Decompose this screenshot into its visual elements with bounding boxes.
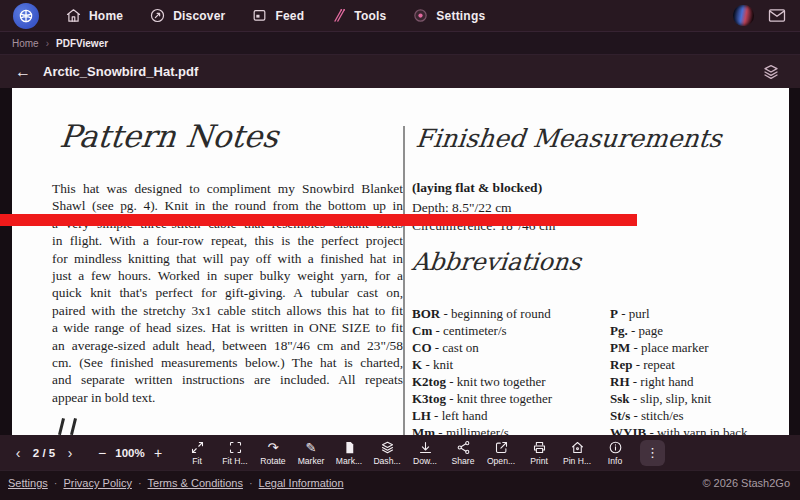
partial-heading-strokes: [60, 418, 90, 435]
abbreviations-column-left: BOR - beginning of round Cm - centimeter…: [412, 305, 608, 435]
next-page-button[interactable]: ›: [62, 445, 78, 461]
pdf-text-line: and separate written instructions are in…: [52, 371, 403, 388]
column-divider: [403, 126, 405, 435]
pdf-toolbar: ‹ 2 / 5 › − 100% + Fit Fit H... ↷ Rotate…: [0, 435, 800, 470]
prev-page-button[interactable]: ‹: [10, 445, 26, 461]
fit-diagonal-arrows-icon: [190, 440, 205, 455]
pdf-text-line: in flight. With a four-row repeat, this …: [52, 232, 403, 249]
home-icon: [65, 7, 82, 24]
abbreviation-item: K - knit: [412, 356, 608, 373]
abbreviation-item: Rep - repeat: [610, 356, 785, 373]
rotate-button[interactable]: ↷ Rotate: [254, 440, 292, 466]
nav-label: Tools: [354, 9, 386, 23]
tool-button-group: Fit Fit H... ↷ Rotate ✎ Marker Mark... D…: [178, 440, 634, 466]
abbreviation-item: WYIB - with yarn in back: [610, 424, 785, 435]
abbreviation-item: CO - cast on: [412, 339, 608, 356]
abbreviation-item: Pg. - page: [610, 322, 785, 339]
abbreviation-item: P - purl: [610, 305, 785, 322]
knitting-needles-icon: [330, 7, 347, 24]
nav-item-home[interactable]: Home: [65, 7, 123, 24]
marker-pencil-icon: ✎: [306, 440, 317, 455]
pdf-text-line: quick knit that's perfect for gift-givin…: [52, 284, 403, 301]
nav-label: Feed: [275, 9, 304, 23]
pdf-text-line: Shawl (see pg. 4). Knit in the round fro…: [52, 197, 403, 214]
nav-item-feed[interactable]: Feed: [251, 7, 304, 24]
info-button[interactable]: Info: [596, 440, 634, 466]
dashboard-button[interactable]: Dash...: [368, 440, 406, 466]
pdf-viewer-canvas[interactable]: Pattern Notes This hat was designed to c…: [0, 88, 800, 435]
feed-icon: [251, 7, 268, 24]
abbreviation-item: Mm - millimeter/s: [412, 424, 608, 435]
footer-links: Settings · Privacy Policy · Terms & Cond…: [8, 477, 344, 489]
rotate-icon: ↷: [268, 440, 279, 455]
external-link-icon: [494, 440, 509, 455]
breadcrumb-home[interactable]: Home: [12, 38, 39, 49]
abbreviation-item: BOR - beginning of round: [412, 305, 608, 322]
printer-icon: [532, 440, 547, 455]
kebab-icon: ⋮: [646, 445, 659, 460]
section-heading-pattern-notes: Pattern Notes: [58, 118, 280, 154]
abbreviation-item: Cm - centimeter/s: [412, 322, 608, 339]
pin-home-button[interactable]: Pin H...: [558, 440, 596, 466]
marker-button[interactable]: ✎ Marker: [292, 440, 330, 466]
section-heading-finished-measurements: Finished Measurements: [414, 124, 723, 153]
yarn-ball-icon: [412, 7, 429, 24]
discover-icon: [149, 7, 166, 24]
abbreviation-item: K3tog - knit three together: [412, 390, 608, 407]
open-external-button[interactable]: Open...: [482, 440, 520, 466]
print-button[interactable]: Print: [520, 440, 558, 466]
nav-item-discover[interactable]: Discover: [149, 7, 225, 24]
pdf-page: Pattern Notes This hat was designed to c…: [12, 88, 789, 435]
pdf-text-line: a wide range of head sizes. Hat is writt…: [52, 319, 403, 336]
fit-button[interactable]: Fit: [178, 440, 216, 466]
dot-separator: ·: [249, 477, 253, 489]
footer-link-legal[interactable]: Legal Information: [259, 477, 344, 489]
document-title-bar: ← Arctic_Snowbird_Hat.pdf: [0, 55, 800, 88]
zoom-out-button[interactable]: −: [94, 445, 110, 461]
document-page-icon: [342, 440, 357, 455]
layers-icon[interactable]: [762, 63, 780, 81]
abbreviation-item: St/s - stitch/es: [610, 407, 785, 424]
pin-home-icon: [570, 440, 585, 455]
abbreviation-item: PM - place marker: [610, 339, 785, 356]
more-options-button[interactable]: ⋮: [640, 440, 665, 466]
breadcrumb-chevron-icon: ›: [46, 38, 49, 49]
top-navigation-bar: Home Discover Feed Tools Settings: [0, 0, 800, 32]
mail-icon[interactable]: [768, 8, 786, 23]
zoom-in-button[interactable]: +: [150, 445, 166, 461]
back-arrow-icon[interactable]: ←: [15, 63, 35, 81]
footer-link-privacy[interactable]: Privacy Policy: [63, 477, 131, 489]
app-logo[interactable]: [13, 3, 39, 29]
nav-item-settings[interactable]: Settings: [412, 7, 485, 24]
pdf-text-line: an average-sized adult head, between 18"…: [52, 337, 403, 354]
info-icon: [608, 440, 623, 455]
yarn-globe-icon: [17, 7, 35, 25]
abbreviations-column-right: P - purl Pg. - page PM - place marker Re…: [610, 305, 785, 435]
breadcrumb: Home › PDFViewer: [0, 32, 800, 55]
pdf-text-line: appear in bold text.: [52, 389, 403, 406]
bookmark-button[interactable]: Mark...: [330, 440, 368, 466]
app-window: Home Discover Feed Tools Settings: [0, 0, 800, 500]
fullscreen-corners-icon: [228, 440, 243, 455]
abbreviation-item: RH - right hand: [610, 373, 785, 390]
abbreviation-item: Ssk - slip, slip, knit: [610, 390, 785, 407]
page-footer: Settings · Privacy Policy · Terms & Cond…: [0, 470, 800, 500]
nav-label: Discover: [173, 9, 225, 23]
share-button[interactable]: Share: [444, 440, 482, 466]
document-filename: Arctic_Snowbird_Hat.pdf: [43, 64, 198, 79]
dot-separator: ·: [54, 477, 58, 489]
fit-height-button[interactable]: Fit H...: [216, 440, 254, 466]
footer-link-settings[interactable]: Settings: [8, 477, 48, 489]
nav-label: Home: [89, 9, 123, 23]
pdf-text-line: paired with the stretchy 3x1 cable stitc…: [52, 302, 403, 319]
measurements-subtitle: (laying flat & blocked): [412, 180, 542, 196]
pdf-text-line: cm. (See finished measurements below.) T…: [52, 354, 403, 371]
dot-separator: ·: [138, 477, 142, 489]
red-marker-annotation[interactable]: [0, 214, 637, 226]
download-button[interactable]: Dow...: [406, 440, 444, 466]
nav-item-tools[interactable]: Tools: [330, 7, 386, 24]
pdf-text-line: This hat was designed to compliment my S…: [52, 180, 403, 197]
zoom-level: 100%: [110, 447, 150, 459]
footer-link-terms[interactable]: Terms & Conditions: [148, 477, 243, 489]
user-avatar[interactable]: [733, 5, 754, 26]
